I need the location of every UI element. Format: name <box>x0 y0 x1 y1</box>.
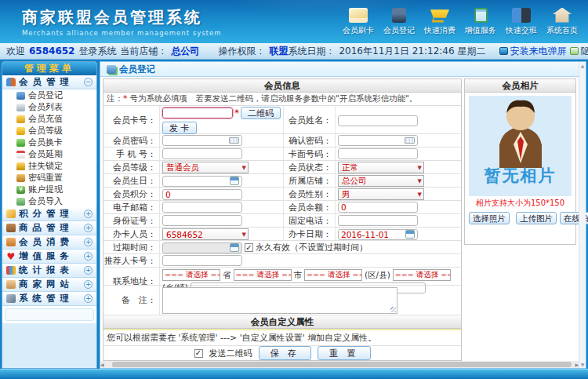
tab-member-register[interactable]: 会员登记 <box>119 64 155 75</box>
hide-menu-icon <box>570 47 579 55</box>
status-select[interactable]: 正常▼ <box>338 162 424 173</box>
install-popup-link[interactable]: 安装来电弹屏 <box>499 45 566 58</box>
current-user-id: 6584652 <box>29 46 74 56</box>
nav-label: 快速消费 <box>424 26 456 35</box>
sidebar-item-member-recharge[interactable]: 会员充值 <box>2 113 96 125</box>
sidebar-item-loss-lock[interactable]: 挂失锁定 <box>2 160 96 172</box>
remark-textarea[interactable] <box>162 287 397 314</box>
email-input[interactable] <box>162 202 242 213</box>
sidebar-item-member-list[interactable]: 会员列表 <box>2 101 96 113</box>
expand-icon[interactable]: + <box>84 266 93 275</box>
tel-input[interactable] <box>338 215 418 226</box>
welcome-segment: 欢迎 6584652 登录系统 当前店铺： 总公司 操作权限： 联盟 <box>6 45 288 58</box>
sidebar-item-member-import[interactable]: 会员导入 <box>2 195 96 207</box>
website-icon <box>6 280 16 289</box>
password-input[interactable] <box>162 135 242 146</box>
idcard-input[interactable] <box>162 215 242 226</box>
card-no-input[interactable] <box>162 108 233 118</box>
app-window: 商家联盟会员管理系统 Merchants alliance member man… <box>0 0 588 379</box>
nav-member-register[interactable]: 会员登记 <box>381 8 417 36</box>
scroll-up-arrow[interactable]: ▲ <box>581 63 585 68</box>
photo-body: 暂无相片 相片支持大小为150*150 选择照片 上传图片 在线拍照 <box>465 93 575 228</box>
expire-date-input[interactable] <box>162 242 242 253</box>
sidebar-section-member-mgmt[interactable]: 会 员 管 理 − <box>2 75 96 89</box>
sidebar-section-consume[interactable]: 会 员 消 费 + <box>2 235 96 250</box>
name-input[interactable] <box>338 115 418 126</box>
shop-select[interactable]: 总公司▼ <box>338 175 424 187</box>
issue-date-input[interactable]: 2016-11-01 <box>338 229 418 240</box>
sidebar-section-points[interactable]: 积 分 管 理 + <box>2 207 96 221</box>
sidebar-item-member-level[interactable]: 会员等级 <box>2 125 96 137</box>
permission-label: 操作权限： <box>218 45 265 58</box>
card-no-cell: * 二维码 发 卡 <box>160 106 284 135</box>
scrollbar-thumb[interactable] <box>112 362 572 367</box>
member-mgmt-icon <box>6 78 16 86</box>
info-bar: 欢迎 6584652 登录系统 当前店铺： 总公司 操作权限： 联盟 系统日期：… <box>0 43 588 60</box>
expand-icon[interactable]: + <box>84 280 93 289</box>
balance-input[interactable]: 0 <box>338 202 418 213</box>
birthday-input[interactable] <box>162 176 242 187</box>
scroll-down-arrow[interactable]: ▼ <box>581 362 585 367</box>
sidebar-item-withdraw[interactable]: ¥账户提现 <box>2 184 96 195</box>
nav-system-home[interactable]: 系统首页 <box>544 8 580 36</box>
card-swipe-icon <box>349 8 368 23</box>
card-face-no-input[interactable] <box>338 148 418 159</box>
nav-member-swipe[interactable]: 会员刷卡 <box>340 8 376 36</box>
permission-value: 联盟 <box>269 45 288 58</box>
operator-select[interactable]: 6584652▼ <box>162 228 249 240</box>
collapse-icon[interactable]: − <box>84 78 93 86</box>
lock-icon <box>16 162 25 170</box>
keyboard-icon[interactable] <box>229 137 239 144</box>
points-input[interactable]: 0 <box>162 189 242 200</box>
qr-code-button[interactable]: 二维码 <box>241 107 281 119</box>
yen-icon: ¥ <box>16 186 25 194</box>
sidebar-section-reports[interactable]: 统 计 报 表 + <box>2 264 96 278</box>
nav-shift-handover[interactable]: 快速交班 <box>503 8 539 36</box>
calendar-icon[interactable] <box>405 230 415 239</box>
city-select[interactable]: === 请选择 ==▼ <box>234 269 292 281</box>
sidebar-item-card-swap[interactable]: 会员换卡 <box>2 137 96 148</box>
name-label: 会员姓名： <box>284 106 336 135</box>
town-select[interactable]: === 请选择 ==▼ <box>393 269 451 281</box>
permanent-checkbox[interactable]: ✓ <box>245 243 253 252</box>
card-no-label: 会员卡号： <box>103 106 160 135</box>
confirm-password-input[interactable] <box>338 135 418 146</box>
gender-select[interactable]: 男▼ <box>338 188 424 200</box>
district-select[interactable]: === 请选择 ==▼ <box>304 269 362 281</box>
send-qr-checkbox[interactable]: ✓ <box>194 349 203 358</box>
scroll-left-arrow[interactable]: ◀ <box>100 362 104 367</box>
form-row-expire: 过期时间： ✓ 永久有效（不设置过期时间） <box>103 241 461 254</box>
mobile-input[interactable] <box>162 148 242 159</box>
sidebar-item-member-register[interactable]: 会员登记 <box>2 89 96 101</box>
nav-label: 快速交班 <box>506 26 537 35</box>
sidebar-section-system[interactable]: 系 统 管 理 + <box>2 292 96 306</box>
issue-card-button[interactable]: 发 卡 <box>162 122 197 134</box>
expand-icon[interactable]: + <box>84 252 93 261</box>
nav-quick-consume[interactable]: 快速消费 <box>422 8 458 36</box>
sidebar-section-value-added[interactable]: ♥ 增 值 服 务 + <box>2 250 96 264</box>
keyboard-icon[interactable] <box>405 137 415 144</box>
body: 管理菜单 会 员 管 理 − 会员登记 会员列表 会员充值 会员等级 会员换卡 … <box>0 60 588 369</box>
hide-menu-link[interactable]: 隐藏菜单 <box>570 45 588 58</box>
sidebar-item-password-reset[interactable]: 密码重置 <box>2 172 96 184</box>
expand-icon[interactable]: + <box>84 224 93 232</box>
choose-photo-button[interactable]: 选择照片 <box>469 212 510 224</box>
sidebar-item-member-extend[interactable]: 会员延期 <box>2 148 96 160</box>
vertical-scrollbar[interactable]: ▲ ▼ <box>579 62 586 368</box>
level-select[interactable]: 普通会员▼ <box>162 162 249 173</box>
photo-placeholder-box: 暂无相片 <box>469 96 572 196</box>
calendar-icon[interactable] <box>230 177 239 185</box>
upload-photo-button[interactable]: 上传图片 <box>516 212 557 224</box>
sidebar-section-goods[interactable]: 商 品 管 理 + <box>2 221 96 235</box>
expand-icon[interactable]: + <box>84 210 93 218</box>
horizontal-scrollbar[interactable]: ◀ ▶ <box>100 361 579 368</box>
chevron-down-icon: ▼ <box>418 178 422 184</box>
expand-icon[interactable]: + <box>84 238 93 246</box>
province-select[interactable]: === 请选择 ==▼ <box>162 269 220 281</box>
sidebar-section-website[interactable]: 商 家 网 站 + <box>2 278 96 292</box>
reset-button[interactable]: 重 置 <box>318 346 371 360</box>
referrer-input[interactable] <box>162 255 242 266</box>
expand-icon[interactable]: + <box>84 294 93 303</box>
nav-value-added-service[interactable]: 增值服务 <box>463 8 499 36</box>
save-button[interactable]: 保 存 <box>259 346 312 360</box>
